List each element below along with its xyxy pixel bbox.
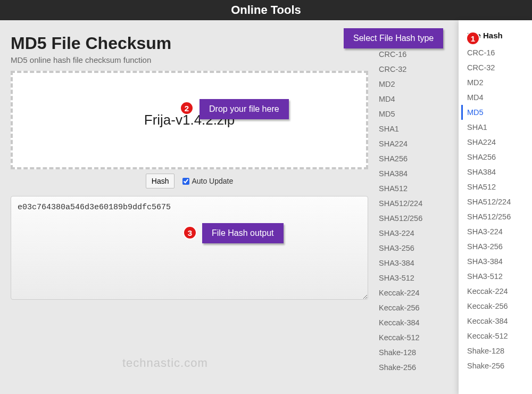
hash-type-item[interactable]: Keccak-512 — [467, 329, 532, 343]
hash-type-item[interactable]: SHA512 — [379, 181, 459, 196]
badge-2: 2 — [180, 101, 194, 115]
hash-output-textarea[interactable]: e03c764380a546d3e60189b9ddfc5675 — [11, 196, 368, 300]
hash-type-item[interactable]: SHA3-224 — [379, 226, 459, 241]
hash-type-item[interactable]: SHA512 — [467, 179, 532, 194]
hash-type-item[interactable]: Shake-128 — [467, 343, 532, 358]
callout-drop-file: Drop your file here — [200, 99, 289, 119]
hash-output-value: e03c764380a546d3e60189b9ddfc5675 — [18, 203, 171, 212]
hash-type-item[interactable]: Keccak-224 — [467, 284, 532, 299]
hash-type-item[interactable]: MD2 — [379, 77, 459, 92]
hash-type-item[interactable]: SHA256 — [467, 150, 532, 165]
main-area: MD5 File Checksum MD5 online hash file c… — [0, 20, 532, 394]
callout-select-hash-type: Select File Hash type — [344, 28, 443, 48]
hash-type-item[interactable]: SHA3-256 — [467, 239, 532, 254]
header-title: Online Tools — [231, 3, 301, 17]
hash-type-item[interactable]: Keccak-512 — [379, 330, 459, 345]
hash-type-item[interactable]: SHA3-256 — [379, 241, 459, 256]
hash-type-item[interactable]: SHA3-512 — [379, 270, 459, 285]
hash-type-item[interactable]: Shake-128 — [379, 345, 459, 360]
hash-type-list-left: CRC-16CRC-32MD2MD4MD5SHA1SHA224SHA256SHA… — [379, 47, 459, 375]
auto-update-label: Auto Update — [192, 177, 233, 185]
sidebar-left: CRC-16CRC-32MD2MD4MD5SHA1SHA224SHA256SHA… — [379, 20, 459, 394]
hash-type-list-right: CRC-16CRC-32MD2MD4MD5SHA1SHA224SHA256SHA… — [467, 45, 532, 373]
callout-hash-output: File Hash output — [202, 223, 284, 243]
hash-type-item[interactable]: SHA3-384 — [467, 254, 532, 269]
hash-type-item[interactable]: SHA384 — [467, 165, 532, 179]
hash-type-item[interactable]: SHA224 — [379, 136, 459, 151]
hash-type-item[interactable]: Keccak-224 — [379, 285, 459, 300]
hash-type-item[interactable]: SHA3-224 — [467, 224, 532, 239]
file-dropzone[interactable]: Frija-v1.4.2.zip — [11, 71, 368, 169]
hash-type-item[interactable]: SHA256 — [379, 151, 459, 166]
hash-type-item[interactable]: Keccak-384 — [467, 314, 532, 329]
hash-type-item[interactable]: Keccak-256 — [379, 300, 459, 315]
badge-3: 3 — [183, 226, 197, 240]
hash-type-item[interactable]: SHA1 — [379, 121, 459, 136]
hash-type-item[interactable]: CRC-32 — [379, 62, 459, 77]
hash-type-item[interactable]: Shake-256 — [467, 358, 532, 373]
content-column: MD5 File Checksum MD5 online hash file c… — [0, 20, 379, 394]
hash-type-item[interactable]: CRC-32 — [467, 60, 532, 75]
hash-type-item[interactable]: MD4 — [379, 92, 459, 106]
controls-row: Hash Auto Update — [11, 174, 368, 188]
page-subtitle: MD5 online hash file checksum function — [11, 55, 368, 64]
hash-type-item[interactable]: Keccak-384 — [379, 315, 459, 330]
hash-type-item[interactable]: MD4 — [467, 90, 532, 105]
hash-type-item[interactable]: SHA384 — [379, 166, 459, 181]
header-bar: Online Tools — [0, 0, 532, 20]
hash-type-item[interactable]: Shake-256 — [379, 360, 459, 375]
hash-type-item[interactable]: SHA512/224 — [379, 196, 459, 211]
watermark: technastic.com — [122, 356, 208, 370]
hash-type-item[interactable]: MD5 — [379, 106, 459, 121]
hash-type-item[interactable]: SHA512/256 — [379, 211, 459, 226]
hash-button[interactable]: Hash — [146, 174, 175, 188]
hash-type-item[interactable]: SHA3-512 — [467, 269, 532, 284]
hash-type-item[interactable]: SHA3-384 — [379, 256, 459, 270]
hash-type-item[interactable]: SHA224 — [467, 135, 532, 150]
hash-type-item[interactable]: SHA1 — [467, 120, 532, 135]
hash-type-item[interactable]: Keccak-256 — [467, 299, 532, 314]
hash-type-item[interactable]: MD5 — [461, 105, 532, 120]
auto-update-checkbox[interactable] — [182, 178, 189, 185]
hash-type-item[interactable]: CRC-16 — [467, 45, 532, 60]
hash-type-item[interactable]: SHA512/256 — [467, 209, 532, 224]
sidebar-right: File Hash CRC-16CRC-32MD2MD4MD5SHA1SHA22… — [459, 20, 532, 394]
hash-type-item[interactable]: CRC-16 — [379, 47, 459, 62]
hash-type-item[interactable]: SHA512/224 — [467, 194, 532, 209]
hash-type-item[interactable]: MD2 — [467, 75, 532, 90]
page-title: MD5 File Checksum — [11, 34, 368, 53]
badge-1: 1 — [466, 31, 480, 45]
